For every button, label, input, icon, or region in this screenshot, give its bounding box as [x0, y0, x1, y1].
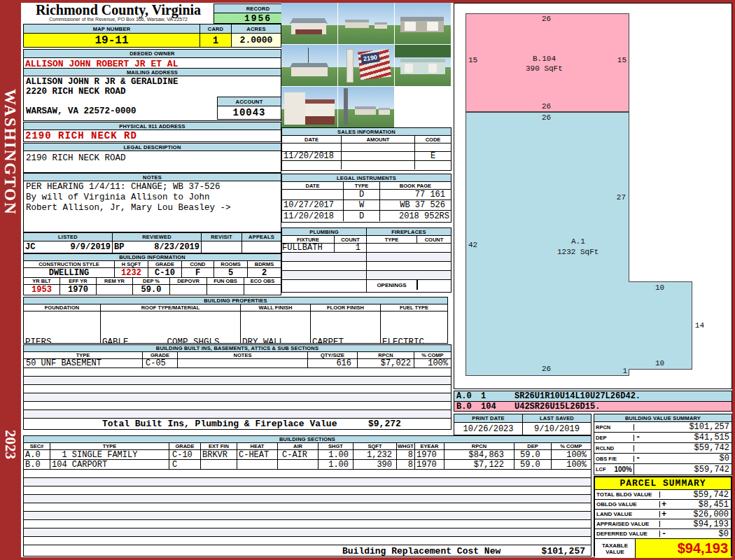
photo-grid: 2190 — [281, 3, 453, 129]
col-air: AIR — [278, 443, 318, 449]
legal-description-label: LEGAL DESCRIPTION — [24, 144, 281, 151]
revisit-label: REVISIT — [202, 233, 241, 241]
dim-notch-bottom: 10 — [655, 359, 664, 368]
notes-box: NOTES PER HEARING 1/4/11: CHANGE; WB 37-… — [23, 173, 281, 232]
appeals-label: APPEALS — [242, 233, 281, 241]
listed-date: 9/9/2019 — [70, 242, 111, 252]
col-bi-grade: GRADE — [143, 352, 178, 358]
dim-b104-right: 15 — [617, 56, 626, 64]
col-wall: WALL FINISH — [241, 304, 311, 311]
legal-description-value: 2190 RICH NECK ROAD — [24, 153, 281, 164]
building-value-summary-box: BUILDING VALUE SUMMARY RPCN $101,257 DEP… — [594, 414, 732, 475]
col-sale-date: DATE — [282, 136, 342, 143]
empty-row — [24, 486, 591, 495]
account-box: ACCOUNT 10043 — [217, 97, 281, 120]
building-sections-box: BUILDING SECTIONS SEC# TYPE GRADE EXT FI… — [23, 435, 592, 556]
col-sec-grade: GRADE — [169, 443, 201, 449]
empty-row — [367, 271, 451, 280]
bvs-row-obs: OBS F/E - $0 — [594, 454, 732, 464]
acres-value: 2.0000 — [232, 34, 281, 47]
reviewed-label: REVIEWED — [113, 233, 201, 241]
dim-b104-bottom: 26 — [542, 102, 551, 111]
sketch-a1-sqft: 1232 SqFt — [557, 248, 598, 256]
county-title: Richmond County, Virginia — [23, 4, 214, 17]
empty-row — [24, 377, 451, 385]
mailing-address-box: MAILING ADDRESS ALLISON JOHN R JR & GERA… — [23, 68, 281, 121]
notes-line-1: PER HEARING 1/4/11: CHANGE; WB 37-526 — [24, 181, 281, 192]
ecoobs-value — [244, 285, 281, 295]
built-ins-total-row: Total Built Ins, Plumbing & Fireplace Va… — [24, 419, 451, 429]
sketch-a1-notch: 10 14 10 — [629, 281, 692, 370]
sale-row — [282, 144, 451, 152]
parcel-row-bldg: TOTAL BLDG VALUE $59,742 — [595, 490, 731, 500]
empty-row — [282, 253, 366, 262]
property-photo-outbuilding — [395, 45, 451, 86]
col-heat: HEAT — [237, 443, 278, 449]
col-funobs: FUN OBS — [207, 278, 244, 284]
parcel-row-appraised: APPRAISED VALUE $94,193 — [595, 519, 731, 529]
sales-information-box: SALES INFORMATION DATE AMOUNT CODE 11/20… — [281, 127, 451, 171]
instrument-row: D 77 161 — [282, 190, 451, 200]
built-ins-total-value: $9,272 — [368, 419, 401, 429]
col-cond: COND — [182, 261, 214, 267]
building-value-summary-label: BUILDING VALUE SUMMARY — [594, 414, 732, 422]
parcel-row-land: LAND VALUE + $26,000 — [595, 510, 731, 519]
legal-description-box: LEGAL DESCRIPTION 2190 RICH NECK ROAD — [23, 143, 281, 173]
sketch-a1-id: A.1 — [571, 237, 585, 246]
reviewed-by: BP — [114, 242, 124, 252]
col-fuel: FUEL TYPE — [381, 304, 447, 311]
county-header: Richmond County, Virginia Commissioner o… — [23, 4, 214, 22]
empty-row — [24, 512, 591, 520]
col-ecoobs: ECO OBS — [244, 278, 281, 284]
card-label: CARD — [200, 24, 231, 34]
dim-a1-offset: 1 — [622, 367, 627, 375]
col-yrblt: YR BLT — [24, 278, 60, 284]
building-sections-label: BUILDING SECTIONS — [24, 436, 591, 443]
col-fixture-count: COUNT — [335, 236, 366, 243]
empty-row — [24, 537, 591, 545]
col-whgt: WHGT — [397, 443, 415, 449]
grade-value: C-10 — [148, 268, 182, 277]
col-sec-type: TYPE — [50, 443, 169, 449]
openings-label: OPENINGS — [367, 280, 417, 290]
col-bdrms: BDRMS — [248, 261, 281, 267]
card-value: 1 — [200, 34, 231, 47]
roof-value: GABLECOMP SHGLS — [101, 312, 241, 343]
construction-style-value: DWELLING — [24, 268, 115, 277]
legal-instruments-label: LEGAL INSTRUMENTS — [282, 174, 451, 182]
account-value: 10043 — [218, 106, 281, 119]
sidebar-district-label: WASHINGTON — [1, 66, 19, 238]
dim-b104-left: 15 — [468, 56, 477, 64]
listed-by: JC — [25, 242, 35, 252]
taxable-value-label: TAXABLE VALUE — [595, 539, 636, 558]
dim-a1-left: 42 — [468, 241, 477, 249]
fuel-type-value: ELECTRIC — [381, 312, 447, 343]
col-roof: ROOF TYPE/MATERIAL — [101, 304, 241, 311]
built-ins-total-label: Total Built Ins, Plumbing & Fireplace Va… — [102, 419, 337, 429]
dim-notch-right: 14 — [695, 321, 704, 330]
property-photo-house-antenna — [281, 45, 337, 86]
col-inst-type: TYPE — [344, 182, 380, 189]
building-properties-box: BUILDING PROPERTIES FOUNDATION ROOF TYPE… — [23, 297, 448, 344]
dim-a1-bottom: 26 — [542, 365, 551, 373]
foundation-value: PIERS BRICK — [24, 312, 101, 343]
last-saved-label: LAST SAVED — [523, 414, 591, 423]
card-canvas: Richmond County, Virginia Commissioner o… — [21, 3, 732, 557]
col-sec-dep: DEP — [514, 443, 552, 449]
sketch-a1-shape: 26 27 42 A.1 1232 SqFt 26 1 — [465, 112, 629, 376]
empty-row — [367, 244, 451, 253]
col-inst-bookpage: BOOK PAGE — [380, 182, 451, 189]
built-ins-row: 50 UNF BASEMENT C-05 616 $7,022 100% — [24, 359, 451, 368]
mailing-address-label: MAILING ADDRESS — [24, 69, 281, 76]
col-grade: GRADE — [148, 261, 182, 267]
dim-notch-top: 10 — [655, 284, 664, 292]
section-row-b: B.0 104 CARPORT C 1.00 390 8 1970 $7,122… — [24, 460, 591, 470]
col-fireplace-count: COUNT — [417, 236, 451, 243]
taxable-value: $94,193 — [636, 539, 731, 558]
bvs-row-dep: DEP - $41,515 — [594, 433, 732, 443]
empty-row — [24, 410, 451, 419]
fireplaces-label: FIREPLACES — [367, 228, 451, 236]
empty-row — [24, 495, 591, 503]
mailing-line-2: 2220 RICH NECK ROAD — [24, 87, 281, 97]
building-properties-label: BUILDING PROPERTIES — [24, 298, 447, 304]
